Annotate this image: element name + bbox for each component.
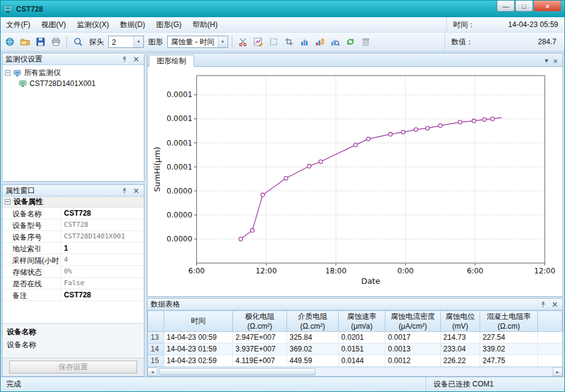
print-button[interactable]: [49, 35, 63, 49]
cut-button[interactable]: [236, 35, 250, 49]
pin-button[interactable]: [120, 55, 129, 63]
graph-panel: 图形绘制 ▼ × 0.00010.00010.00010.00010.00000…: [147, 53, 563, 297]
tree-node-all-monitors[interactable]: − 所有监测仪: [5, 68, 141, 78]
connection-status: 设备已连接 COM1: [425, 377, 564, 391]
cell-filler: [538, 343, 563, 355]
cell[interactable]: 247.75: [480, 355, 538, 367]
cell-time[interactable]: 14-04-23 01:59: [164, 343, 233, 355]
category-expander[interactable]: −: [5, 199, 10, 205]
cell[interactable]: 449.59: [287, 355, 339, 367]
cell[interactable]: 0.0017: [385, 332, 441, 343]
chevron-down-icon[interactable]: ▼: [218, 36, 227, 47]
tab-menu-icon[interactable]: ▼: [543, 58, 549, 64]
close-button[interactable]: ×: [534, 1, 561, 12]
property-category[interactable]: − 设备属性: [2, 197, 144, 208]
menu-data[interactable]: 数据(D): [114, 17, 151, 32]
cell[interactable]: 3.937E+007: [233, 343, 287, 355]
probe-select[interactable]: 2 ▼: [108, 36, 144, 48]
tab-close-icon[interactable]: ×: [553, 58, 558, 64]
connect-button[interactable]: [2, 35, 17, 49]
data-panel-title: 数据表格: [151, 299, 536, 310]
col-medium-resistance[interactable]: 介质电阻(Ω.cm²): [287, 311, 339, 332]
tab-graph-plot[interactable]: 图形绘制: [149, 55, 194, 67]
property-value[interactable]: CST728: [61, 219, 144, 230]
data-panel-caption[interactable]: 数据表格: [148, 299, 563, 310]
cell[interactable]: 369.02: [287, 343, 339, 355]
property-row: 设备名称CST728: [2, 208, 144, 219]
save-settings-button[interactable]: 保存设置: [9, 361, 137, 374]
table-row[interactable]: 15 14-04-23 02:59 4.119E+007 449.59 0.01…: [148, 355, 563, 367]
cell[interactable]: 0.0151: [339, 343, 385, 355]
cell[interactable]: 339.02: [480, 343, 538, 355]
cell[interactable]: 0.0013: [385, 343, 441, 355]
menu-view[interactable]: 视图(V): [36, 17, 71, 32]
cell[interactable]: 2.947E+007: [233, 332, 287, 343]
table-row[interactable]: 13 14-04-23 00:59 2.947E+007 325.84 0.02…: [148, 332, 563, 343]
col-time[interactable]: 时间: [164, 311, 233, 332]
menu-file[interactable]: 文件(F): [1, 17, 36, 32]
property-description: 设备名称 设备名称: [2, 323, 144, 358]
chart-edit-button[interactable]: [251, 35, 266, 49]
property-value[interactable]: CST728D1401X001: [61, 231, 144, 242]
cell[interactable]: 0.0201: [339, 332, 385, 343]
chart-zoom-button[interactable]: [328, 35, 342, 49]
chart-export-button[interactable]: [313, 35, 327, 49]
tree-expander[interactable]: −: [5, 70, 10, 76]
crop-button[interactable]: [282, 35, 296, 49]
scrollbar-thumb[interactable]: [159, 368, 315, 375]
col-concrete-resistivity[interactable]: 混凝土电阻率(Ω.cm): [480, 311, 538, 332]
close-panel-button[interactable]: [550, 300, 559, 308]
cell[interactable]: 233.04: [441, 343, 480, 355]
histogram-button[interactable]: [298, 35, 312, 49]
property-value[interactable]: CST728: [61, 289, 144, 300]
property-value[interactable]: 4: [61, 254, 144, 265]
graph-type-select[interactable]: 腐蚀量 - 时间 ▼: [167, 36, 228, 48]
titlebar[interactable]: CST728 — □ ×: [1, 1, 564, 17]
scroll-right-icon[interactable]: ►: [553, 367, 563, 376]
close-panel-button[interactable]: [132, 55, 141, 63]
col-polarization-resistance[interactable]: 极化电阻(Ω.cm²): [233, 311, 287, 332]
cell-time[interactable]: 14-04-23 00:59: [164, 332, 233, 343]
pin-button[interactable]: [120, 186, 129, 195]
pin-button[interactable]: [539, 300, 548, 308]
col-corrosion-rate[interactable]: 腐蚀速率(μm/a): [339, 311, 385, 332]
chevron-down-icon[interactable]: ▼: [133, 36, 143, 47]
scroll-left-icon[interactable]: ◄: [148, 367, 157, 376]
col-corrosion-potential[interactable]: 腐蚀电位(mV): [441, 311, 480, 332]
open-button[interactable]: [18, 35, 32, 49]
zoom-button[interactable]: [71, 35, 85, 49]
cell[interactable]: 214.73: [441, 332, 480, 343]
delete-button[interactable]: [359, 35, 373, 49]
minimize-button[interactable]: —: [497, 1, 515, 12]
property-value[interactable]: 1: [61, 243, 144, 254]
close-panel-button[interactable]: [132, 186, 141, 195]
maximize-button[interactable]: □: [515, 1, 533, 12]
property-value[interactable]: CST728: [61, 208, 144, 219]
property-row: 是否在线False: [2, 278, 144, 289]
cell[interactable]: 227.54: [480, 332, 538, 343]
table-row[interactable]: 14 14-04-23 01:59 3.937E+007 369.02 0.01…: [148, 343, 563, 355]
property-value[interactable]: 0%: [61, 266, 144, 277]
cell[interactable]: 325.84: [287, 332, 339, 343]
save-button[interactable]: [33, 35, 47, 49]
property-name: 设备型号: [2, 219, 61, 230]
horizontal-scrollbar[interactable]: ◄ ►: [148, 367, 563, 376]
monitor-panel-caption[interactable]: 监测仪设置: [2, 53, 144, 65]
scissors-icon: [238, 37, 248, 47]
cell[interactable]: 226.22: [441, 355, 480, 367]
cell[interactable]: 0.0012: [385, 355, 441, 367]
cell[interactable]: 0.0144: [339, 355, 385, 367]
refresh-button[interactable]: [344, 35, 358, 49]
cell[interactable]: 4.119E+007: [233, 355, 287, 367]
status-bar: 完成 设备已连接 COM1: [1, 377, 564, 391]
menu-graph[interactable]: 图形(G): [151, 17, 187, 32]
select-region-button[interactable]: [267, 35, 281, 49]
tree-node-device[interactable]: CST728D1401X001: [18, 78, 141, 88]
menu-help[interactable]: 帮助(H): [187, 17, 223, 32]
menu-monitor[interactable]: 监测仪(X): [71, 17, 114, 32]
cell-time[interactable]: 14-04-23 02:59: [164, 355, 233, 367]
col-corrosion-current-density[interactable]: 腐蚀电流密度(μA/cm²): [385, 311, 441, 332]
property-value[interactable]: False: [61, 278, 144, 289]
property-panel-caption[interactable]: 属性窗口: [2, 185, 144, 197]
data-table: 时间 极化电阻(Ω.cm²) 介质电阻(Ω.cm²) 腐蚀速率(μm/a) 腐蚀…: [148, 310, 563, 367]
